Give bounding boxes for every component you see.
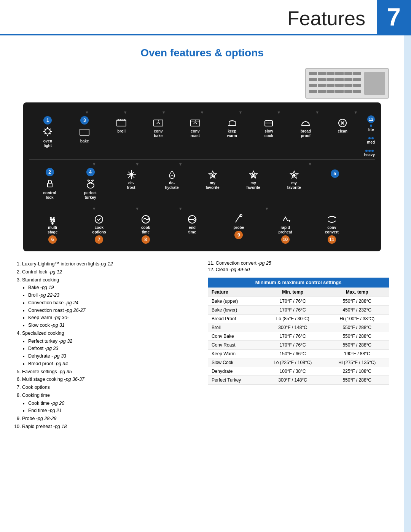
arrow-row-1: ▼ ▼ ▼ ▼ ▼ ▼ ▼ ▼ <box>29 110 375 115</box>
btn-broil[interactable]: broil <box>103 115 140 157</box>
btn-multi-stage-label: multistage <box>48 225 57 235</box>
note-1: Luxury-Lighting™ interior oven lights-pg… <box>22 260 196 268</box>
btn-conv-roast-label: convroast <box>191 129 200 138</box>
badge-4: 4 <box>86 168 95 176</box>
notes-left: Luxury-Lighting™ interior oven lights-pg… <box>15 260 196 431</box>
cook-time-icon <box>140 213 152 225</box>
badge-8: 8 <box>142 235 150 244</box>
arrow-defrost: ▼ <box>116 162 159 166</box>
btn-end-time-label: endtime <box>188 225 196 235</box>
badge-11: 11 <box>328 235 336 244</box>
note-3d: Convection roast -pg 26-27 <box>28 307 196 314</box>
dot-med-1 <box>368 137 371 139</box>
btn-control-lock-label: controllock <box>43 191 56 200</box>
broil-icon <box>115 117 127 129</box>
btn-slow-cook[interactable]: slowcook <box>250 115 287 157</box>
btn-my-fav1[interactable]: 1 myfavorite <box>192 167 233 201</box>
svg-point-32 <box>87 183 94 188</box>
arrow-row-3: ▼ ▼ ▼ ▼ <box>29 206 375 212</box>
my-fav3-icon: 3 <box>288 169 300 181</box>
btn-keep-warm[interactable]: keepwarm <box>213 115 250 157</box>
page-title: Features <box>0 0 377 34</box>
note-8a: Cook time -pg 20 <box>28 400 196 407</box>
panel-row-2: 2 controllock 4 <box>29 167 375 201</box>
btn-oven-light[interactable]: 1 <box>29 115 66 157</box>
btn-rapid-preheat[interactable]: rapidpreheat 10 <box>262 212 308 245</box>
btn-perfect-turkey-label: perfectturkey <box>84 191 97 200</box>
note-3e: Keep warm -pg 30- <box>28 314 196 321</box>
arrow-clean: ▼ <box>336 110 375 115</box>
btn-probe[interactable]: probe 9 <box>215 212 262 245</box>
svg-line-8 <box>45 133 46 134</box>
btn-conv-bake[interactable]: convbake <box>140 115 177 157</box>
note-4c: Dehydrate - pg 33 <box>28 353 196 360</box>
btn-cook-options-label: cookoptions <box>92 225 106 235</box>
badge-3: 3 <box>80 116 89 125</box>
arrow-bake: ▼ <box>68 110 106 115</box>
note-8b: End time -pg 21 <box>28 407 196 414</box>
arrow-slow-cook: ▼ <box>260 110 298 115</box>
btn-perfect-turkey[interactable]: 4 perfectturkey <box>70 167 111 201</box>
note-2: Control lock -pg 12 <box>22 268 196 276</box>
btn-my-fav3-label: myfavorite <box>287 181 301 190</box>
table-cell: 550°F / 288°C <box>325 341 389 350</box>
notes-section: Luxury-Lighting™ interior oven lights-pg… <box>15 260 389 431</box>
btn-conv-roast[interactable]: convroast <box>177 115 213 157</box>
svg-rect-22 <box>265 121 272 126</box>
conv-roast-icon <box>189 117 201 129</box>
btn-cook-time[interactable]: cooktime 8 <box>123 212 169 245</box>
notes-right: 11. Convection convert -pg 25 12. Clean … <box>208 260 389 431</box>
note-3f: Slow cook -pg 31 <box>28 322 196 329</box>
svg-line-7 <box>49 129 51 130</box>
btn-defrost[interactable]: de-frost <box>111 167 151 201</box>
btn-my-fav2[interactable]: 2 myfavorite <box>233 167 274 201</box>
svg-text:2: 2 <box>252 173 254 177</box>
my-fav1-icon: 1 <box>207 169 219 181</box>
table-cell: 550°F / 288°C <box>325 297 389 306</box>
rapid-preheat-icon <box>279 213 292 225</box>
btn-rapid-preheat-label: rapidpreheat <box>278 225 292 235</box>
table-cell: Bread Proof <box>208 315 260 323</box>
table-row: Broil300°F / 148°C550°F / 288°C <box>208 323 389 332</box>
btn-dehydrate[interactable]: de-hydrate <box>151 167 192 201</box>
table-cell: Conv Bake <box>208 332 260 341</box>
btn-slow-cook-label: slowcook <box>264 129 273 138</box>
btn-my-fav2-label: myfavorite <box>246 181 260 190</box>
label-med: med <box>367 140 375 144</box>
table-cell: 300°F / 148°C <box>260 323 325 332</box>
btn-keep-warm-label: keepwarm <box>227 129 237 138</box>
btn-control-lock[interactable]: 2 controllock <box>29 167 70 201</box>
dot-med-row: med <box>367 137 375 144</box>
table-row: Keep Warm150°F / 66°C190°F / 88°C <box>208 350 389 358</box>
arrow-row-2: ▼ ▼ ▼ ▼ <box>29 162 375 167</box>
btn-cook-options[interactable]: cookoptions 7 <box>76 212 122 245</box>
arrow-broil: ▼ <box>106 110 145 115</box>
keypad-screen <box>364 72 385 95</box>
btn-conv-convert[interactable]: convconvert 11 <box>309 212 355 245</box>
btn-bread-proof[interactable]: breadproof <box>287 115 324 157</box>
note-3c: Convection bake -pg 24 <box>28 299 196 307</box>
table-cell: 190°F / 88°C <box>325 350 389 358</box>
btn-end-time[interactable]: endtime <box>169 212 215 245</box>
clean-icon <box>336 117 349 129</box>
svg-line-6 <box>49 133 51 134</box>
btn-clean[interactable]: clean <box>324 115 361 157</box>
slow-cook-icon <box>263 117 275 129</box>
badge-9: 9 <box>234 231 243 239</box>
page-number: 7 <box>377 0 411 34</box>
table-cell: 170°F / 76°C <box>260 332 325 341</box>
svg-point-44 <box>95 216 103 223</box>
panel-row-3: ½ 3 multistage 6 cookop <box>29 212 375 245</box>
btn-oven-light-label: ovenlight <box>43 139 52 148</box>
btn-multi-stage[interactable]: ½ 3 multistage 6 <box>29 212 76 245</box>
arrow-cook-time: ▼ <box>116 206 159 211</box>
table-cell: 450°F / 232°C <box>325 306 389 315</box>
svg-rect-9 <box>80 129 89 135</box>
badge-2: 2 <box>46 168 54 176</box>
badge-7: 7 <box>95 235 103 244</box>
btn-bake[interactable]: 3 bake <box>66 115 103 157</box>
dot-heavy-1 <box>365 150 368 152</box>
table-title: Minimum & maximum control settings <box>208 278 389 288</box>
btn-my-fav1-label: myfavorite <box>206 181 219 190</box>
btn-my-fav3[interactable]: 3 myfavorite <box>274 167 314 201</box>
